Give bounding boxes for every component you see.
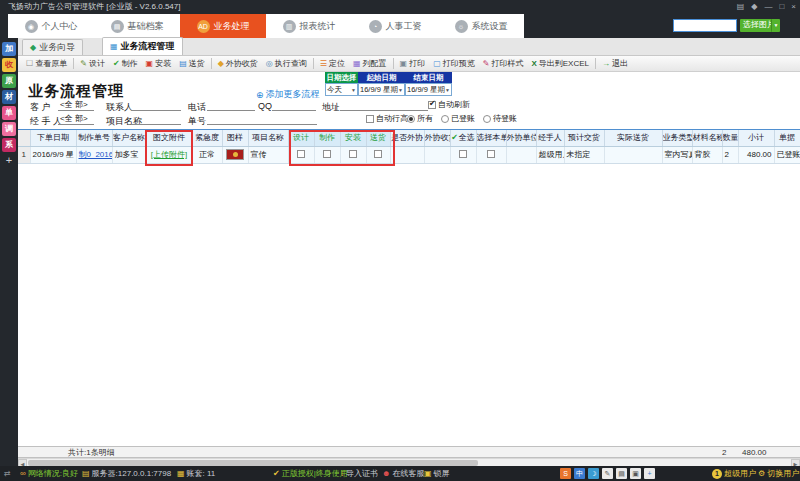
order-no-link[interactable]: 制0_201609090003 xyxy=(79,150,113,159)
date-end-select[interactable]: 16/9/9 星期 ▼ xyxy=(405,83,452,96)
install-checkbox[interactable] xyxy=(349,150,357,158)
design-checkbox[interactable] xyxy=(297,150,305,158)
col-header-sample[interactable]: 图样 xyxy=(222,130,248,146)
select-order-checkbox[interactable] xyxy=(487,150,495,158)
skin-icon[interactable]: ◆ xyxy=(751,0,757,14)
side-tab-yuan[interactable]: 原 xyxy=(2,74,16,88)
online-service-button[interactable]: ☻ 在线客服 xyxy=(382,466,424,481)
side-tab-cai[interactable]: 材 xyxy=(2,90,16,104)
print-preview-button[interactable]: ▢打印预览 xyxy=(429,56,479,72)
radio-registered[interactable]: 已登账 xyxy=(441,113,475,124)
col-header-material[interactable]: 材料名称 xyxy=(692,130,722,146)
radio-all[interactable]: 所有 xyxy=(407,113,433,124)
order-no-field[interactable] xyxy=(207,113,317,125)
col-header-quantity[interactable]: 数量 xyxy=(722,130,738,146)
exit-button[interactable]: →退出 xyxy=(598,56,632,72)
col-header-order-no[interactable]: 制作单号 xyxy=(76,130,112,146)
col-header-outsource-receive[interactable]: 外协收货 xyxy=(424,130,450,146)
maximize-button[interactable]: □ xyxy=(779,0,784,14)
column-config-button[interactable]: ▦列配置 xyxy=(349,56,391,72)
import-certificate-button[interactable]: ↓ 导入证书 xyxy=(340,466,378,481)
horizontal-scrollbar[interactable]: ◀ ▶ xyxy=(18,458,800,466)
input-method-tray[interactable]: S 中 ☽ ✎ ▤ ▣ + xyxy=(560,466,656,481)
install-button[interactable]: ▣安装 xyxy=(142,56,176,72)
address-field[interactable] xyxy=(340,99,428,111)
sample-image-thumbnail[interactable] xyxy=(226,149,244,160)
col-header-subtotal[interactable]: 小计 xyxy=(738,130,774,146)
radio-pending[interactable]: 待登账 xyxy=(483,113,517,124)
nav-item-report-statistics[interactable]: ▥ 报表统计 xyxy=(266,14,352,38)
col-header-estimated-delivery[interactable]: 预计交货 xyxy=(564,130,604,146)
auto-refresh-option[interactable]: 自动刷新 xyxy=(428,99,470,110)
locate-button[interactable]: ☰定位 xyxy=(316,56,349,72)
ime-mode-icon[interactable]: ☽ xyxy=(588,468,599,479)
add-quick-tab-button[interactable]: + xyxy=(6,154,12,167)
project-field[interactable] xyxy=(131,113,181,125)
handler-field[interactable]: <全 部> xyxy=(58,113,94,125)
ime-keyboard-icon[interactable]: ▤ xyxy=(616,468,627,479)
col-header-select-all[interactable]: ✔全选 xyxy=(450,130,476,146)
outsource-receive-button[interactable]: ◆外协收货 xyxy=(214,56,262,72)
ime-board-icon[interactable]: ▣ xyxy=(630,468,641,479)
nav-item-system-settings[interactable]: ☼ 系统设置 xyxy=(438,14,524,38)
export-excel-button[interactable]: X导出到EXCEL xyxy=(527,56,593,72)
auto-row-height-option[interactable]: 自动行高 xyxy=(366,113,408,124)
ime-tools-icon[interactable]: + xyxy=(644,468,655,479)
date-start-select[interactable]: 16/9/9 星期 ▼ xyxy=(358,83,405,96)
deliver-checkbox[interactable] xyxy=(374,150,382,158)
qq-field[interactable] xyxy=(272,99,316,111)
col-header-business-type[interactable]: 业务类型 xyxy=(662,130,692,146)
col-header-order-date[interactable]: 下单日期 xyxy=(30,130,76,146)
col-header-select-order[interactable]: 选择本单 xyxy=(476,130,506,146)
col-header-install[interactable]: 安装 xyxy=(340,130,366,146)
close-button[interactable]: × xyxy=(791,0,796,14)
col-header-customer[interactable]: 客户名称 xyxy=(112,130,146,146)
side-tab-shou[interactable]: 收 xyxy=(2,58,16,72)
date-quick-select[interactable]: 今天 ▼ xyxy=(325,83,358,96)
upload-attachment-link[interactable]: [上传附件] xyxy=(151,150,187,159)
nav-item-business-processing[interactable]: AD 业务处理 xyxy=(180,14,266,38)
lock-screen-button[interactable]: ▣ 锁屏 xyxy=(424,466,450,481)
print-button[interactable]: ▣打印 xyxy=(396,56,430,72)
col-header-urgency[interactable]: 紧急度 xyxy=(192,130,222,146)
nav-item-personal-center[interactable]: ◉ 个人中心 xyxy=(8,14,94,38)
col-header-design[interactable]: 设计 xyxy=(288,130,314,146)
deliver-button[interactable]: ▤送货 xyxy=(175,56,209,72)
image-search-input[interactable] xyxy=(673,19,737,32)
swap-icon[interactable]: ⇄ xyxy=(4,466,11,481)
current-user[interactable]: 1 超级用户 xyxy=(712,466,756,481)
select-all-checkbox[interactable] xyxy=(459,150,467,158)
nav-item-hr-payroll[interactable]: ◔ 人事工资 xyxy=(352,14,438,38)
col-header-outsource-unit[interactable]: 外协单位 xyxy=(506,130,536,146)
print-style-button[interactable]: ✎打印样式 xyxy=(479,56,528,72)
table-row[interactable]: 1 2016/9/9 星 制0_201609090003 加多宝 [上传附件] … xyxy=(18,146,800,163)
copy-icon[interactable]: ▤ xyxy=(737,0,745,14)
ime-lang-icon[interactable]: 中 xyxy=(574,468,585,479)
col-header-actual-delivery[interactable]: 实际送货 xyxy=(604,130,662,146)
col-header-produce[interactable]: 制作 xyxy=(314,130,340,146)
col-header-attachment[interactable]: 图文附件 xyxy=(146,130,192,146)
ime-logo-icon[interactable]: S xyxy=(560,468,571,479)
design-button[interactable]: ✎设计 xyxy=(76,56,109,72)
run-query-button[interactable]: ◎执行查询 xyxy=(262,56,311,72)
side-tab-diao[interactable]: 调 xyxy=(2,122,16,136)
tab-business-wizard[interactable]: ◆ 业务向导 xyxy=(22,39,83,55)
col-header-is-outsourced[interactable]: 是否外协 xyxy=(390,130,424,146)
col-header-handler[interactable]: 经手人 xyxy=(536,130,564,146)
ime-pen-icon[interactable]: ✎ xyxy=(602,468,613,479)
col-header-deliver[interactable]: 送货 xyxy=(366,130,390,146)
contact-field[interactable] xyxy=(131,99,181,111)
switch-user-button[interactable]: ⚙ 切换用户 xyxy=(758,466,799,481)
tab-business-process-management[interactable]: ▦ 业务流程管理 xyxy=(102,37,183,55)
phone-field[interactable] xyxy=(207,99,255,111)
produce-button[interactable]: ✔制作 xyxy=(109,56,142,72)
minimize-button[interactable]: — xyxy=(764,0,772,14)
col-header-doc-status[interactable]: 单据 xyxy=(774,130,800,146)
side-tab-dan[interactable]: 单 xyxy=(2,106,16,120)
produce-checkbox[interactable] xyxy=(323,150,331,158)
customer-field[interactable]: <全 部> xyxy=(58,99,94,111)
auto-row-height-checkbox[interactable] xyxy=(366,115,374,123)
view-original-order-button[interactable]: ☐查看原单 xyxy=(22,56,71,72)
col-header-project[interactable]: 项目名称 xyxy=(248,130,288,146)
pick-image-dropdown[interactable]: ▼ xyxy=(771,19,780,32)
